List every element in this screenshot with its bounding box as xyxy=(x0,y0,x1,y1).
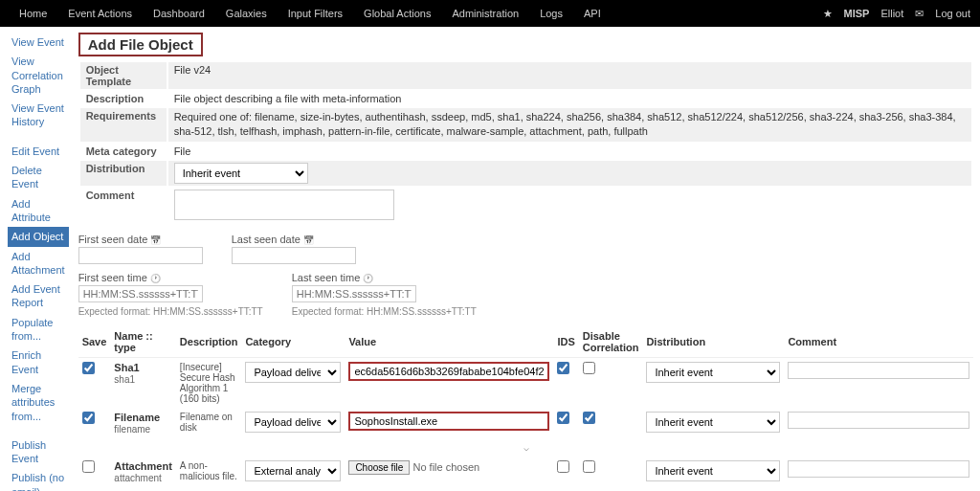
nav-link[interactable]: Global Actions xyxy=(354,2,440,25)
attr-desc: [Insecure] Secure Hash Algorithm 1 (160 … xyxy=(176,357,242,408)
save-checkbox[interactable] xyxy=(82,460,95,473)
nav-link[interactable]: Event Actions xyxy=(58,2,142,25)
time-hint: Expected format: HH:MM:SS.ssssss+TT:TT xyxy=(78,306,263,317)
choose-file-button[interactable]: Choose file xyxy=(348,460,410,475)
comment-textarea[interactable] xyxy=(174,190,394,220)
col-ids: IDS xyxy=(553,326,578,358)
meta-value: File object describing a file with meta-… xyxy=(168,91,972,106)
disable-corr-checkbox[interactable] xyxy=(583,460,595,473)
sidebar-item[interactable]: Add Attachment xyxy=(8,247,69,280)
top-navbar: HomeEvent ActionsDashboardGalaxiesInput … xyxy=(0,0,980,27)
first-seen-date-input[interactable] xyxy=(78,247,203,264)
nav-left: HomeEvent ActionsDashboardGalaxiesInput … xyxy=(10,2,611,25)
last-seen-time-label: Last seen time xyxy=(292,272,477,283)
table-row: Pattern-in-filepattern-in-filePattern th… xyxy=(78,487,974,491)
sidebar-item[interactable]: Edit Event xyxy=(8,142,69,161)
row-comment-input[interactable] xyxy=(788,412,969,429)
expand-row[interactable]: ⌵ xyxy=(78,438,974,457)
ids-checkbox[interactable] xyxy=(557,362,569,374)
first-seen-time-label: First seen time xyxy=(78,272,263,283)
table-row: Sha1sha1[Insecure] Secure Hash Algorithm… xyxy=(78,357,974,408)
sidebar-item[interactable]: Publish (no email) xyxy=(8,468,69,491)
category-select[interactable]: External analysis xyxy=(245,460,341,481)
attr-desc: Pattern that can be found in the file xyxy=(176,487,242,491)
sidebar-item[interactable]: Add Object xyxy=(8,227,69,246)
sidebar-item[interactable]: View Correlation Graph xyxy=(8,52,69,99)
row-comment-input[interactable] xyxy=(788,460,969,478)
misp-link[interactable]: MISP xyxy=(844,8,870,19)
meta-label: Comment xyxy=(80,188,167,224)
last-seen-date-input[interactable] xyxy=(232,247,356,264)
nav-link[interactable]: Dashboard xyxy=(144,2,214,25)
attr-desc: A non-malicious file. xyxy=(176,457,242,487)
value-input[interactable] xyxy=(348,362,549,381)
dist-select[interactable]: Inherit event xyxy=(646,362,780,383)
save-checkbox[interactable] xyxy=(82,412,95,424)
ids-checkbox[interactable] xyxy=(557,460,569,473)
table-row: FilenamefilenameFilename on diskPayload … xyxy=(78,408,974,438)
nav-link[interactable]: Logs xyxy=(530,2,572,25)
sidebar-item[interactable]: Populate from... xyxy=(8,313,69,346)
attr-type: attachment xyxy=(114,473,161,483)
value-input[interactable] xyxy=(348,412,549,431)
dist-select[interactable]: Inherit event xyxy=(646,460,780,481)
sidebar-item[interactable]: View Event History xyxy=(8,99,69,132)
col-desc: Description xyxy=(176,326,242,358)
file-status: No file chosen xyxy=(412,461,479,473)
nav-link[interactable]: Galaxies xyxy=(216,2,277,25)
disable-corr-checkbox[interactable] xyxy=(583,362,595,374)
nav-link[interactable]: Input Filters xyxy=(278,2,352,25)
sidebar-item[interactable]: View Event xyxy=(8,33,69,52)
nav-right: MISP Elliot Log out xyxy=(823,8,970,20)
nav-link[interactable]: Home xyxy=(10,2,56,25)
meta-label: Meta category xyxy=(80,144,167,159)
attr-name: Filename xyxy=(114,412,160,423)
ids-checkbox[interactable] xyxy=(557,412,569,424)
sidebar-item[interactable]: Enrich Event xyxy=(8,346,69,379)
sidebar-item[interactable]: Add Event Report xyxy=(8,279,69,313)
main-content: Add File Object Object TemplateFile v24 … xyxy=(69,27,980,491)
meta-label: Object Template xyxy=(80,62,167,89)
nav-link[interactable]: API xyxy=(574,2,611,25)
meta-label: Description xyxy=(80,91,167,106)
disable-corr-checkbox[interactable] xyxy=(583,412,595,424)
col-disable: Disable Correlation xyxy=(579,326,643,358)
meta-value: File xyxy=(168,144,972,159)
col-cat: Category xyxy=(241,326,345,358)
last-seen-date-label: Last seen date xyxy=(232,234,356,245)
distribution-select[interactable]: Inherit event xyxy=(174,163,308,184)
first-seen-date-label: First seen date xyxy=(78,234,203,245)
col-dist: Distribution xyxy=(642,326,784,358)
save-checkbox[interactable] xyxy=(82,362,95,374)
row-comment-input[interactable] xyxy=(788,362,969,379)
col-value: Value xyxy=(345,326,553,358)
sidebar-item[interactable]: Merge attributes from... xyxy=(8,379,69,426)
sidebar-item[interactable]: Add Attribute xyxy=(8,194,69,228)
attribute-table: Save Name :: type Description Category V… xyxy=(78,326,974,491)
sidebar-item[interactable]: Delete Event xyxy=(8,161,69,194)
meta-label: Requirements xyxy=(80,108,167,142)
first-seen-time-input[interactable] xyxy=(78,285,203,302)
last-seen-time-input[interactable] xyxy=(292,285,416,302)
user-link[interactable]: Elliot xyxy=(880,8,903,19)
sidebar-item[interactable]: Publish Event xyxy=(8,435,69,469)
table-row: AttachmentattachmentA non-malicious file… xyxy=(78,457,974,487)
star-icon[interactable] xyxy=(823,8,833,20)
page-title: Add File Object xyxy=(88,36,193,53)
envelope-icon[interactable] xyxy=(915,8,924,20)
dist-select[interactable]: Inherit event xyxy=(646,412,780,433)
nav-link[interactable]: Administration xyxy=(442,2,528,25)
meta-value: File v24 xyxy=(168,62,972,89)
object-meta-table: Object TemplateFile v24 DescriptionFile … xyxy=(78,60,974,226)
col-nametype: Name :: type xyxy=(110,326,176,358)
page-title-box: Add File Object xyxy=(78,33,203,56)
category-select[interactable]: Payload delivery xyxy=(245,412,341,433)
logout-link[interactable]: Log out xyxy=(935,8,970,19)
time-hint: Expected format: HH:MM:SS.ssssss+TT:TT xyxy=(292,306,477,317)
category-select[interactable]: Payload delivery xyxy=(245,362,341,383)
meta-label: Distribution xyxy=(80,161,167,186)
attr-type: sha1 xyxy=(114,374,135,385)
attr-name: Attachment xyxy=(114,460,172,472)
col-comment: Comment xyxy=(784,326,973,358)
attr-type: filename xyxy=(114,424,150,435)
